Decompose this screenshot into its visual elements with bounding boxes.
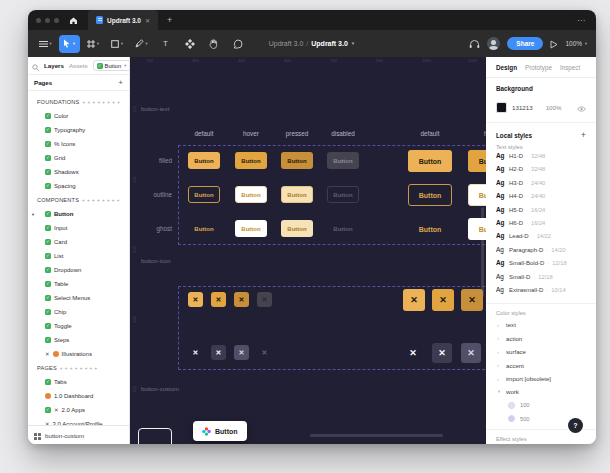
tab-design[interactable]: Design xyxy=(496,64,517,71)
add-page-button[interactable]: + xyxy=(118,78,123,87)
button-lg-ghost-default[interactable]: Button xyxy=(408,218,452,240)
frame-label-button-custom[interactable]: button-custom xyxy=(141,386,179,392)
breadcrumb-parent[interactable]: Updraft 3.0 xyxy=(269,40,304,47)
icon-button-lg-filled-hover[interactable]: ✕ xyxy=(432,289,454,311)
icon-button-filled-disabled[interactable]: ✕ xyxy=(257,292,272,307)
sidebar-item-chip[interactable]: ✓Chip xyxy=(28,305,129,319)
visibility-eye-icon[interactable] xyxy=(577,98,586,116)
zoom-level-dropdown[interactable]: 100% ▼ xyxy=(565,40,588,47)
component-selector[interactable]: ✓ Button ▼ xyxy=(93,60,132,71)
chevron-right-icon[interactable]: › xyxy=(497,376,501,382)
sidebar-item-dropdown[interactable]: ✓Dropdown xyxy=(28,263,129,277)
text-style-h1-d[interactable]: AgH1-D·32/48 xyxy=(486,152,596,165)
chevron-down-icon[interactable]: ▼ xyxy=(351,41,355,46)
chevron-right-icon[interactable]: › xyxy=(497,335,501,341)
text-style-h2-d[interactable]: AgH2-D·32/48 xyxy=(486,165,596,178)
sidebar-item-grid[interactable]: ✓Grid xyxy=(28,151,129,165)
button-outline-hover[interactable]: Button xyxy=(235,186,267,203)
chevron-down-icon[interactable]: ▼ xyxy=(497,389,501,394)
button-lg-filled-hover[interactable]: Button xyxy=(468,150,486,172)
button-lg-filled-default[interactable]: Button xyxy=(408,150,452,172)
button-lg-ghost-hover[interactable]: Button xyxy=(468,218,486,240)
sidebar-item-select-menus[interactable]: ✓Select Menus xyxy=(28,291,129,305)
sidebar-item-shadows[interactable]: ✓Shadows xyxy=(28,165,129,179)
main-menu-button[interactable]: ▼ xyxy=(35,35,56,53)
icon-button-lg-filled-default[interactable]: ✕ xyxy=(403,289,425,311)
window-controls[interactable] xyxy=(36,18,59,23)
share-button[interactable]: Share xyxy=(507,37,543,50)
pen-tool-button[interactable]: ▼ xyxy=(131,35,152,53)
color-style-surface[interactable]: ›surface xyxy=(486,345,596,358)
tab-inspect[interactable]: Inspect xyxy=(560,64,580,71)
color-style-child-100[interactable]: 100 xyxy=(486,399,596,412)
text-style-h5-d[interactable]: AgH5-D·16/24 xyxy=(486,206,596,219)
expand-caret-icon[interactable]: ▼ xyxy=(31,212,35,217)
sidebar-item-card[interactable]: ✓Card xyxy=(28,235,129,249)
icon-button-lg-filled-pressed[interactable]: ✕ xyxy=(461,289,483,311)
more-options-icon[interactable]: ⋯ xyxy=(577,16,586,25)
text-tool-button[interactable]: T xyxy=(155,35,176,53)
move-tool-button[interactable]: ▼ xyxy=(59,35,80,53)
sidebar-item--icons[interactable]: ✓% Icons xyxy=(28,137,129,151)
button-ghost-disabled[interactable]: Button xyxy=(327,220,359,237)
text-style-h6-d[interactable]: AgH6-D·16/24 xyxy=(486,219,596,232)
icon-button-lg-ghost-hover[interactable]: ✕ xyxy=(432,343,452,363)
color-style-work[interactable]: ▼work xyxy=(486,385,596,398)
sidebar-item-illustrations[interactable]: ✕Illustrations xyxy=(28,347,129,361)
chevron-right-icon[interactable]: › xyxy=(497,349,501,355)
sidebar-item-steps[interactable]: ✓Steps xyxy=(28,333,129,347)
sidebar-item-typography[interactable]: ✓Typography xyxy=(28,123,129,137)
background-opacity-value[interactable]: 100% xyxy=(546,104,562,111)
close-window-button[interactable] xyxy=(36,18,41,23)
file-tab[interactable]: Updraft 3.0 ✕ xyxy=(88,10,158,30)
sidebar-item-input[interactable]: ✓Input xyxy=(28,221,129,235)
tab-layers[interactable]: Layers xyxy=(44,62,64,69)
button-filled-pressed[interactable]: Button xyxy=(281,152,313,169)
frame-tool-button[interactable]: ▼ xyxy=(83,35,104,53)
icon-button-filled-pressed[interactable]: ✕ xyxy=(234,292,249,307)
button-outline-disabled[interactable]: Button xyxy=(327,186,359,203)
button-lg-outline-hover[interactable]: Button xyxy=(468,184,486,206)
canvas-horizontal-scrollbar[interactable] xyxy=(310,434,443,437)
help-button[interactable]: ? xyxy=(568,418,583,433)
sidebar-item-toggle[interactable]: ✓Toggle xyxy=(28,319,129,333)
search-icon[interactable] xyxy=(32,57,39,75)
chevron-right-icon[interactable]: › xyxy=(497,362,501,368)
icon-button-lg-ghost-pressed[interactable]: ✕ xyxy=(461,343,481,363)
sidebar-item-2-0-apps[interactable]: ✓✕2.0 Apps xyxy=(28,403,129,417)
text-style-paragraph-d[interactable]: AgParagraph-D·14/20 xyxy=(486,246,596,259)
shape-tool-button[interactable]: ▼ xyxy=(107,35,128,53)
color-style-text[interactable]: ›text xyxy=(486,318,596,331)
button-lg-outline-default[interactable]: Button xyxy=(408,184,452,206)
text-style-h4-d[interactable]: AgH4-D·24/40 xyxy=(486,192,596,205)
icon-button-ghost-disabled[interactable]: ✕ xyxy=(257,345,272,360)
text-style-small-d[interactable]: AgSmall-D·12/18 xyxy=(486,273,596,286)
frame-label-button-icon[interactable]: button-icon xyxy=(141,258,171,264)
icon-button-filled-hover[interactable]: ✕ xyxy=(211,292,226,307)
sidebar-item-tabs[interactable]: ✓Tabs xyxy=(28,375,129,389)
button-outline-pressed[interactable]: Button xyxy=(281,186,313,203)
color-style-action[interactable]: ›action xyxy=(486,332,596,345)
button-ghost-hover[interactable]: Button xyxy=(235,220,267,237)
background-hex-value[interactable]: 131213 xyxy=(512,104,533,111)
breadcrumb[interactable]: Updraft 3.0 / Updraft 3.0 ▼ xyxy=(269,40,356,47)
clipped-frame[interactable] xyxy=(138,428,172,444)
breadcrumb-current[interactable]: Updraft 3.0 xyxy=(311,40,348,47)
tab-prototype[interactable]: Prototype xyxy=(525,64,552,71)
icon-button-ghost-hover[interactable]: ✕ xyxy=(211,345,226,360)
icon-button-filled-default[interactable]: ✕ xyxy=(188,292,203,307)
resources-tool-button[interactable] xyxy=(179,35,200,53)
text-style-lead-d[interactable]: AgLead-D·14/22 xyxy=(486,232,596,245)
hand-tool-button[interactable] xyxy=(203,35,224,53)
text-style-h3-d[interactable]: AgH3-D·24/40 xyxy=(486,179,596,192)
minimize-window-button[interactable] xyxy=(45,18,50,23)
sidebar-item-list[interactable]: ✓List xyxy=(28,249,129,263)
sidebar-item-color[interactable]: ✓Color xyxy=(28,109,129,123)
tab-assets[interactable]: Assets xyxy=(69,62,88,69)
floating-button-component[interactable]: Button xyxy=(193,421,247,441)
icon-button-ghost-pressed[interactable]: ✕ xyxy=(234,345,249,360)
design-canvas[interactable]: button-text button-icon button-custom Bu… xyxy=(130,57,486,444)
color-style-import-obsolete-[interactable]: ›import [obsolete] xyxy=(486,372,596,385)
sidebar-item-spacing[interactable]: ✓Spacing xyxy=(28,179,129,193)
chevron-right-icon[interactable]: › xyxy=(497,322,501,328)
